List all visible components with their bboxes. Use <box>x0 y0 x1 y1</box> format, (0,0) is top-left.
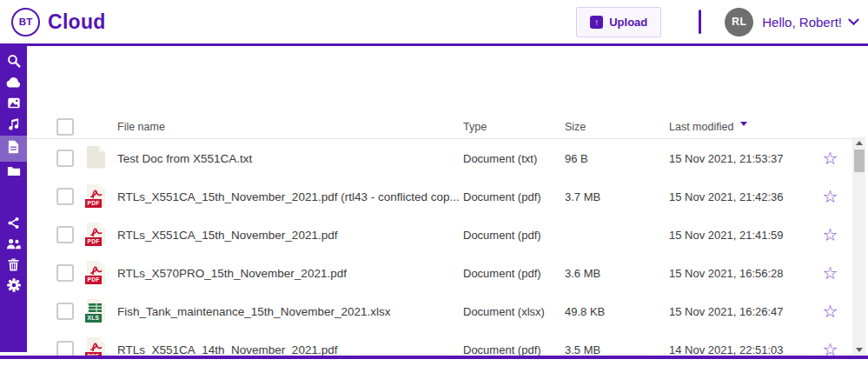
chevron-down-icon <box>848 14 859 25</box>
favorite-star-icon[interactable]: ☆ <box>823 303 838 320</box>
file-last-modified: 15 Nov 2021, 21:41:59 <box>669 229 808 242</box>
sidebar-item-trash[interactable] <box>0 256 27 276</box>
file-last-modified: 15 Nov 2021, 21:42:36 <box>669 190 808 203</box>
photos-icon <box>7 96 21 112</box>
column-header-size[interactable]: Size <box>565 121 669 133</box>
file-size: 3.6 MB <box>565 267 669 280</box>
top-bar: BT Cloud ↑ Upload RL Hello, Robert! <box>0 0 868 46</box>
file-name[interactable]: RTLs_X551CA_14th_November_2021.pdf <box>117 343 463 356</box>
column-header-last-modified[interactable]: Last modified <box>669 121 808 133</box>
sidebar-item-contacts[interactable] <box>0 235 27 256</box>
scroll-up-icon[interactable] <box>856 141 863 145</box>
row-checkbox[interactable] <box>56 150 74 167</box>
file-table: File name Type Size Last modified Test D… <box>27 46 852 356</box>
file-last-modified: 15 Nov 2021, 21:53:37 <box>669 152 808 165</box>
favorite-star-icon[interactable]: ☆ <box>823 264 838 282</box>
sidebar-item-search[interactable] <box>0 52 27 73</box>
file-last-modified: 15 Nov 2021, 16:26:47 <box>669 305 808 318</box>
column-header-type[interactable]: Type <box>463 121 565 133</box>
bt-logo-icon: BT <box>11 8 40 37</box>
file-type: Document (pdf) <box>463 229 565 242</box>
sidebar <box>0 46 27 352</box>
sidebar-item-music[interactable] <box>0 115 27 136</box>
sort-desc-icon <box>740 122 747 126</box>
table-header-row: File name Type Size Last modified <box>27 116 852 139</box>
sidebar-item-share[interactable] <box>0 214 27 235</box>
file-size: 49.8 KB <box>565 305 669 318</box>
file-type-icon: PDF <box>87 337 105 356</box>
favorite-star-icon[interactable]: ☆ <box>823 341 838 356</box>
file-type: Document (txt) <box>463 152 565 165</box>
table-row[interactable]: Test Doc from X551CA.txt Document (txt) … <box>27 139 852 177</box>
file-last-modified: 14 Nov 2021, 22:51:03 <box>669 343 808 356</box>
row-checkbox[interactable] <box>56 226 74 243</box>
favorite-star-icon[interactable]: ☆ <box>823 188 838 205</box>
table-row[interactable]: PDF RTLs_X551CA_15th_November_2021.pdf D… <box>27 216 852 254</box>
horizontal-scrollbar[interactable] <box>0 356 868 359</box>
row-checkbox[interactable] <box>56 303 74 320</box>
file-type-icon: XLS <box>87 299 105 322</box>
upload-label: Upload <box>609 16 647 29</box>
file-list-panel: File name Type Size Last modified Test D… <box>27 46 868 356</box>
file-type-icon <box>87 146 105 169</box>
table-row[interactable]: PDF RTLs_X570PRO_15th_November_2021.pdf … <box>27 254 852 292</box>
row-checkbox[interactable] <box>56 188 74 205</box>
search-icon <box>7 54 21 71</box>
file-name[interactable]: RTLs_X570PRO_15th_November_2021.pdf <box>117 267 463 280</box>
greeting-text: Hello, Robert! <box>762 15 842 30</box>
document-icon <box>8 140 19 157</box>
file-type-icon: PDF <box>87 184 105 207</box>
people-icon <box>6 237 21 253</box>
sidebar-item-photos[interactable] <box>0 94 27 115</box>
app-name: Cloud <box>48 10 106 34</box>
table-body: Test Doc from X551CA.txt Document (txt) … <box>27 139 852 356</box>
share-icon <box>7 216 20 233</box>
trash-icon <box>8 258 19 275</box>
file-type: Document (pdf) <box>463 267 565 280</box>
brand[interactable]: BT Cloud <box>11 8 106 37</box>
file-type: Document (xlsx) <box>463 305 565 318</box>
sidebar-item-cloud[interactable] <box>0 73 27 94</box>
file-type: Document (pdf) <box>463 190 565 203</box>
cloud-icon <box>6 76 22 91</box>
file-last-modified: 15 Nov 2021, 16:56:28 <box>669 267 808 280</box>
favorite-star-icon[interactable]: ☆ <box>823 226 838 243</box>
row-checkbox[interactable] <box>56 341 74 356</box>
music-icon <box>7 117 20 134</box>
upload-arrow-icon: ↑ <box>590 16 603 29</box>
select-all-checkbox[interactable] <box>56 118 74 136</box>
file-type: Document (pdf) <box>463 343 565 356</box>
sidebar-item-documents[interactable] <box>0 136 27 162</box>
top-right-controls: ↑ Upload RL Hello, Robert! <box>576 7 858 37</box>
upload-button[interactable]: ↑ Upload <box>576 7 661 37</box>
avatar[interactable]: RL <box>725 8 753 37</box>
vertical-scrollbar[interactable] <box>852 137 865 356</box>
scroll-down-icon[interactable] <box>856 348 863 352</box>
row-checkbox[interactable] <box>56 264 74 282</box>
file-size: 96 B <box>565 152 669 165</box>
file-name[interactable]: RTLs_X551CA_15th_November_2021.pdf (rtl4… <box>117 190 463 203</box>
file-type-icon: PDF <box>87 261 105 283</box>
table-row[interactable]: XLS Fish_Tank_maintenance_15th_November_… <box>27 292 852 330</box>
file-size: 3.7 MB <box>565 190 669 203</box>
sidebar-item-folders[interactable] <box>0 162 27 183</box>
table-row[interactable]: PDF RTLs_X551CA_15th_November_2021.pdf (… <box>27 177 852 216</box>
file-size: 3.5 MB <box>565 343 669 356</box>
file-name[interactable]: Fish_Tank_maintenance_15th_November_2021… <box>117 305 463 318</box>
folder-icon <box>7 164 21 180</box>
table-row[interactable]: PDF RTLs_X551CA_14th_November_2021.pdf D… <box>27 330 852 356</box>
favorite-star-icon[interactable]: ☆ <box>823 150 838 167</box>
column-header-file-name[interactable]: File name <box>117 121 463 133</box>
file-type-icon: PDF <box>87 223 105 245</box>
account-menu[interactable]: Hello, Robert! <box>762 15 858 30</box>
gear-icon <box>7 278 21 296</box>
sidebar-item-settings[interactable] <box>0 276 27 297</box>
scrollbar-thumb[interactable] <box>854 150 865 172</box>
file-name[interactable]: RTLs_X551CA_15th_November_2021.pdf <box>117 229 463 242</box>
file-name[interactable]: Test Doc from X551CA.txt <box>117 152 463 165</box>
header-divider <box>699 10 701 34</box>
